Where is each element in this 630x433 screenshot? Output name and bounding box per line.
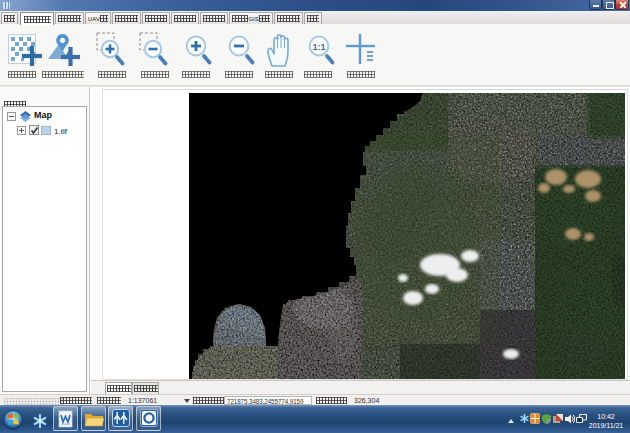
svg-text:1:1: 1:1 <box>312 42 325 52</box>
